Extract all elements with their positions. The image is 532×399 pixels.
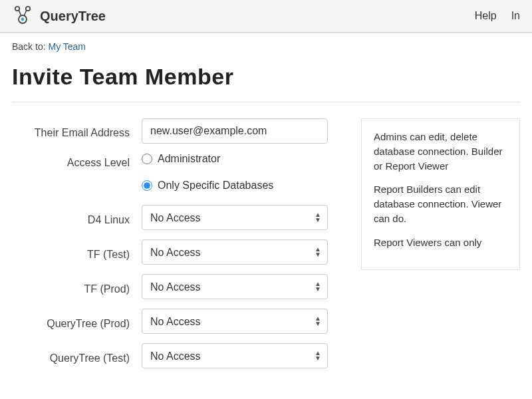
row-database: QueryTree (Test)No Access▲▼ xyxy=(12,343,341,368)
database-access-select[interactable]: No Access xyxy=(142,343,328,368)
database-label: QueryTree (Prod) xyxy=(12,313,142,330)
radio-administrator-label: Administrator xyxy=(158,153,220,165)
access-label: Access Level xyxy=(12,153,142,169)
svg-point-3 xyxy=(21,17,25,21)
breadcrumb-link[interactable]: My Team xyxy=(48,41,86,52)
database-label: QueryTree (Test) xyxy=(12,347,142,364)
svg-line-5 xyxy=(24,10,27,16)
logo-icon xyxy=(12,5,33,28)
nav-second[interactable]: In xyxy=(511,10,520,22)
database-access-select[interactable]: No Access xyxy=(142,274,328,299)
row-database: TF (Test)No Access▲▼ xyxy=(12,239,341,265)
database-label: TF (Test) xyxy=(12,243,142,261)
row-email: Their Email Address xyxy=(12,118,341,144)
email-label: Their Email Address xyxy=(12,123,142,139)
content: Back to: My Team Invite Team Member Thei… xyxy=(0,33,532,378)
radio-specific-label: Only Specific Databases xyxy=(158,180,273,192)
row-database: D4 LinuxNo Access▲▼ xyxy=(12,205,341,230)
database-access-select[interactable]: No Access xyxy=(142,205,328,230)
help-p1: Admins can edit, delete database connect… xyxy=(374,130,507,173)
database-label: TF (Prod) xyxy=(12,278,142,295)
breadcrumb-prefix: Back to: xyxy=(12,41,48,52)
database-label: D4 Linux xyxy=(12,209,142,226)
breadcrumb: Back to: My Team xyxy=(12,41,520,52)
brand-name: QueryTree xyxy=(40,9,106,24)
svg-line-4 xyxy=(19,10,21,16)
database-access-select[interactable]: No Access xyxy=(142,239,328,265)
help-panel: Admins can edit, delete database connect… xyxy=(361,118,520,270)
help-p2: Report Builders can edit database connec… xyxy=(374,182,507,225)
row-database: TF (Prod)No Access▲▼ xyxy=(12,274,341,299)
database-access-select[interactable]: No Access xyxy=(142,309,328,334)
topnav: Help In xyxy=(475,10,520,22)
help-p3: Report Viewers can only xyxy=(374,235,507,250)
nav-help[interactable]: Help xyxy=(475,10,497,22)
brand: QueryTree xyxy=(12,5,106,28)
divider xyxy=(12,102,520,102)
page-title: Invite Team Member xyxy=(12,64,520,90)
layout: Their Email Address Access Level Adminis… xyxy=(12,118,520,378)
radio-specific[interactable] xyxy=(142,180,152,191)
topbar: QueryTree Help In xyxy=(0,0,532,33)
radio-specific-line[interactable]: Only Specific Databases xyxy=(142,180,341,192)
row-access-level: Access Level Administrator Only Specific… xyxy=(12,153,341,196)
radio-administrator[interactable] xyxy=(142,154,152,164)
row-database: QueryTree (Prod)No Access▲▼ xyxy=(12,309,341,334)
email-field[interactable] xyxy=(142,118,328,144)
radio-administrator-line[interactable]: Administrator xyxy=(142,153,341,165)
form-column: Their Email Address Access Level Adminis… xyxy=(12,118,341,378)
